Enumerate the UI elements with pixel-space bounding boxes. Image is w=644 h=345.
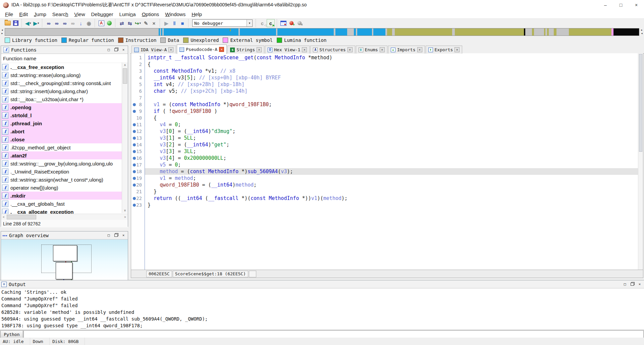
breakpoint-dot[interactable] [133, 110, 136, 113]
tab-pseudocode-a[interactable]: Pseudocode-A× [177, 45, 227, 54]
scroll-up-icon[interactable]: ∧ [122, 62, 128, 68]
tab-close-icon[interactable]: × [219, 47, 224, 52]
navband-segment[interactable] [395, 28, 452, 36]
graph-node[interactable] [56, 262, 72, 279]
navband-segment[interactable] [387, 28, 392, 36]
output-log[interactable]: Caching 'Strings'... okCommand "JumpOpXr… [0, 288, 644, 330]
tab-hex-view-1[interactable]: OHex View-1× [265, 46, 310, 54]
menu-windows[interactable]: Windows [162, 10, 189, 18]
function-row[interactable]: f.__cxa_allocate_exception [1, 208, 122, 214]
function-row[interactable]: f.abort [1, 127, 122, 135]
function-row[interactable]: f.__cxa_free_exception [1, 63, 122, 71]
navband-segment[interactable] [549, 28, 554, 36]
pseudocode-line[interactable]: 20 qword_198F1B0 = (__int64)method; [131, 182, 638, 188]
navband-segment[interactable] [554, 28, 556, 36]
breakpoint-dot[interactable] [133, 163, 136, 166]
debugger-select[interactable]: No debugger▾ [192, 19, 253, 27]
navband-segment[interactable] [5, 28, 159, 36]
menu-edit[interactable]: Edit [16, 10, 31, 18]
navband-segment[interactable] [392, 28, 395, 36]
tab-close-icon[interactable]: × [454, 47, 460, 52]
pseudocode-line[interactable]: 23} [131, 202, 638, 208]
menu-debugger[interactable]: Debugger [88, 10, 116, 18]
tab-close-icon[interactable]: × [257, 47, 262, 52]
tab-imports[interactable]: ↓Imports× [388, 46, 425, 54]
band-right-arrow-icon[interactable]: ▸ [1, 32, 3, 35]
tab-close-icon[interactable]: × [347, 47, 353, 52]
panel-maximize-icon[interactable]: □ [106, 47, 112, 53]
navband-strip[interactable] [5, 28, 639, 36]
pseudocode-line[interactable]: 1intptr_t __fastcall ScoreScene__get(con… [131, 54, 638, 61]
band-right-arrow-icon[interactable]: ▸ [641, 28, 642, 32]
function-row[interactable]: fstd::__check_grouping(std::string const… [1, 79, 122, 87]
function-row[interactable]: f.openlog [1, 103, 122, 111]
pseudocode-line[interactable]: 12 v3[0] = (__int64)"d3mug"; [131, 128, 638, 135]
function-row[interactable]: f.il2cpp_method_get_object [1, 143, 122, 151]
panel-close-icon[interactable]: × [120, 47, 126, 53]
delete-xref-icon[interactable]: × [150, 19, 158, 27]
graph-node[interactable] [53, 245, 77, 261]
tab-close-icon[interactable]: × [417, 47, 422, 52]
menu-lumina[interactable]: Lumina [116, 10, 139, 18]
navband-segment[interactable] [569, 28, 611, 36]
pseudocode-line[interactable]: 22 return ((__int64 (__fastcall *)(const… [131, 195, 638, 202]
tab-ida-view-a[interactable]: IDA View-A× [131, 46, 176, 54]
navband-segment[interactable] [277, 28, 334, 36]
graph-overview-canvas[interactable] [1, 239, 128, 280]
search-next-text-icon[interactable]: ∞ [53, 19, 60, 27]
navband-segment[interactable] [240, 28, 276, 36]
band-left-arrow-icon[interactable]: ◂ [641, 32, 642, 35]
function-row[interactable]: f.mkdir [1, 192, 122, 200]
pseudocode-line[interactable]: 15 v3[3] = 3LL; [131, 148, 638, 155]
functions-horizontal-scrollbar[interactable]: < > [1, 214, 128, 220]
start-process-icon[interactable]: ▶ [163, 19, 170, 27]
tab-structures[interactable]: AStructures× [310, 46, 355, 54]
search-bytes-icon[interactable]: ∞ [61, 19, 68, 27]
search-text-icon[interactable]: ∞ [45, 19, 52, 27]
functions-vertical-scrollbar[interactable]: ∧ ∨ [122, 62, 128, 213]
panel-float-icon[interactable] [113, 47, 119, 53]
stop-process-icon[interactable]: ■ [179, 19, 186, 27]
breakpoint-dot[interactable] [133, 157, 136, 160]
function-row[interactable]: f.atan2f [1, 151, 122, 159]
menu-help[interactable]: Help [189, 10, 205, 18]
navband-segment[interactable] [455, 28, 524, 36]
breakpoint-dot[interactable] [133, 130, 136, 133]
pseudocode-line[interactable]: 13 v3[1] = 5LL; [131, 135, 638, 141]
tab-strings[interactable]: sStrings× [227, 46, 264, 54]
pseudocode-line[interactable]: 14 v3[2] = (__int64)"get"; [131, 141, 638, 148]
band-left-arrow-icon[interactable]: ◂ [1, 28, 3, 32]
function-row[interactable]: fstd::string::insert(ulong,ulong,char) [1, 87, 122, 95]
panel-close-icon[interactable]: × [120, 233, 126, 238]
navband-segment[interactable] [525, 28, 532, 36]
function-row[interactable]: f.pthread_join [1, 119, 122, 127]
panel-close-icon[interactable]: × [637, 282, 643, 287]
breakpoint-dot[interactable] [133, 184, 136, 187]
pause-process-icon[interactable]: ‖ [171, 19, 178, 27]
tab-exports[interactable]: ↑Exports× [426, 46, 463, 54]
menu-options[interactable]: Options [139, 10, 162, 18]
run-cpp-icon[interactable]: c▶ [267, 19, 275, 27]
delete-breakpoint-icon[interactable]: × [296, 19, 303, 27]
tab-close-icon[interactable]: × [380, 47, 385, 52]
pseudocode-line[interactable]: 11 v4 = 0; [131, 121, 638, 128]
navband-segment[interactable] [534, 28, 544, 36]
navband-segment[interactable] [357, 28, 372, 36]
search-next-bytes-icon[interactable]: ∞ [69, 19, 76, 27]
panel-float-icon[interactable] [629, 282, 635, 287]
pseudocode-line[interactable]: 5 int v4; // [xsp+28h] [xbp-18h] [131, 81, 638, 88]
scrollbar-thumb[interactable] [123, 68, 127, 84]
navband-segment[interactable] [335, 28, 347, 36]
panel-maximize-icon[interactable]: □ [106, 233, 112, 238]
function-row[interactable]: fstd::wstring::assign(wchar_t const*,ulo… [1, 176, 122, 184]
menu-jump[interactable]: Jump [31, 10, 49, 18]
chevron-down-icon[interactable]: ▾ [247, 20, 252, 26]
menu-search[interactable]: Search [49, 10, 71, 18]
breakpoint-dot[interactable] [133, 123, 136, 126]
breakpoint-dot[interactable] [133, 150, 136, 153]
pseudocode-line[interactable]: 6 char v5; // [xsp+2Ch] [xbp-14h] [131, 88, 638, 94]
save-file-icon[interactable] [12, 19, 19, 27]
pseudocode-line[interactable]: 21 } [131, 188, 638, 195]
pseudocode-line[interactable]: 3 const MethodInfo *v1; // x8 [131, 68, 638, 74]
pseudocode-line[interactable]: 19 v1 = method; [131, 175, 638, 182]
